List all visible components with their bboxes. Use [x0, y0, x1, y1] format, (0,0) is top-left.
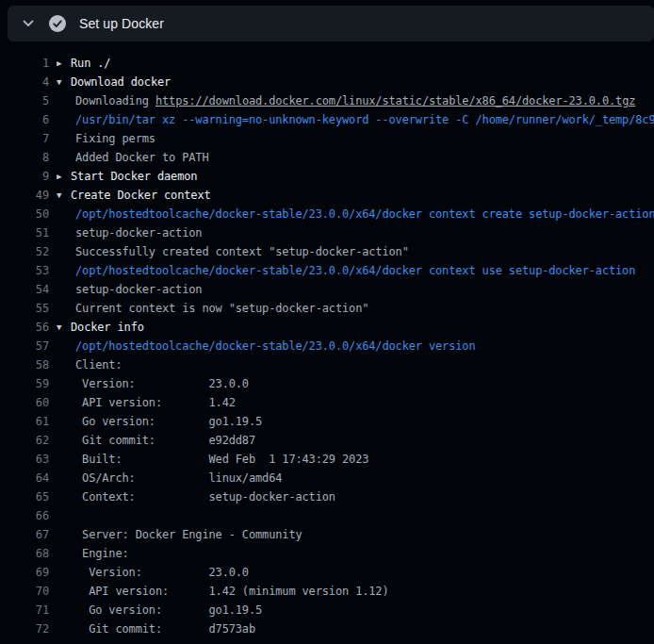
- line-number[interactable]: 63: [0, 450, 49, 469]
- log-viewer: 1▶Run ./4▼Download docker5Downloading ht…: [0, 41, 654, 644]
- line-number[interactable]: 68: [0, 544, 49, 563]
- log-lines: 1▶Run ./4▼Download docker5Downloading ht…: [0, 54, 654, 638]
- log-line: 65 Context: setup-docker-action: [0, 487, 654, 506]
- log-line: 49▼Create Docker context: [0, 186, 654, 205]
- log-text: Downloading https://download.docker.com/…: [57, 91, 654, 110]
- line-number[interactable]: 55: [0, 299, 49, 318]
- log-command-text: /usr/bin/tar xz --warning=no-unknown-key…: [57, 110, 654, 129]
- log-text: Engine:: [57, 544, 654, 563]
- line-number[interactable]: 1: [0, 54, 49, 73]
- log-text: API version: 1.42: [57, 393, 654, 412]
- log-line: 59 Version: 23.0.0: [0, 374, 654, 393]
- line-number[interactable]: 53: [0, 261, 49, 280]
- line-number[interactable]: 69: [0, 563, 49, 582]
- line-number[interactable]: 67: [0, 525, 49, 544]
- log-text: Context: setup-docker-action: [57, 487, 654, 506]
- log-line: 55Current context is now "setup-docker-a…: [0, 299, 654, 318]
- log-group-header[interactable]: ▼Download docker: [57, 73, 654, 91]
- log-text: Server: Docker Engine - Community: [57, 525, 654, 544]
- line-number[interactable]: 66: [0, 506, 49, 525]
- log-group-title: Docker info: [71, 321, 144, 334]
- line-number[interactable]: 51: [0, 223, 49, 242]
- triangle-down-icon: ▼: [57, 73, 71, 91]
- line-number[interactable]: 9: [0, 167, 49, 186]
- line-number[interactable]: 57: [0, 337, 49, 355]
- log-line: 53/opt/hostedtoolcache/docker-stable/23.…: [0, 261, 654, 280]
- log-line: 66: [0, 506, 654, 525]
- line-number[interactable]: 50: [0, 205, 49, 223]
- log-line: 61 Go version: go1.19.5: [0, 412, 654, 431]
- log-line: 70 API version: 1.42 (minimum version 1.…: [0, 582, 654, 601]
- line-number[interactable]: 71: [0, 601, 49, 619]
- log-group-header[interactable]: ▼Docker info: [57, 318, 654, 337]
- triangle-down-icon: ▼: [57, 186, 71, 205]
- step-header[interactable]: Set up Docker: [8, 6, 654, 41]
- line-number[interactable]: 58: [0, 355, 49, 374]
- log-line: 7Fixing perms: [0, 129, 654, 148]
- log-line: 67 Server: Docker Engine - Community: [0, 525, 654, 544]
- line-number[interactable]: 49: [0, 186, 49, 205]
- log-group-title: Create Docker context: [71, 189, 211, 202]
- log-text: [57, 506, 654, 525]
- line-number[interactable]: 60: [0, 393, 49, 412]
- log-line: 54setup-docker-action: [0, 280, 654, 299]
- log-text: Go version: go1.19.5: [57, 601, 654, 619]
- log-text: setup-docker-action: [57, 280, 654, 299]
- log-line: 57/opt/hostedtoolcache/docker-stable/23.…: [0, 337, 654, 355]
- line-number[interactable]: 4: [0, 73, 49, 91]
- log-line: 6/usr/bin/tar xz --warning=no-unknown-ke…: [0, 110, 654, 129]
- log-group-header[interactable]: ▶Run ./: [57, 54, 654, 73]
- triangle-right-icon: ▶: [57, 167, 71, 186]
- line-number[interactable]: 59: [0, 374, 49, 393]
- log-group-title: Run ./: [71, 57, 110, 70]
- step-title: Set up Docker: [79, 16, 164, 31]
- log-text-prefix: Downloading: [75, 94, 155, 107]
- log-text: Go version: go1.19.5: [57, 412, 654, 431]
- log-text: Git commit: d7573ab: [57, 619, 654, 638]
- log-command-text: /opt/hostedtoolcache/docker-stable/23.0.…: [57, 337, 654, 355]
- log-line: 52Successfully created context "setup-do…: [0, 242, 654, 261]
- line-number[interactable]: 65: [0, 487, 49, 506]
- log-text: setup-docker-action: [57, 223, 654, 242]
- log-group-title: Start Docker daemon: [71, 170, 197, 183]
- log-line: 58Client:: [0, 355, 654, 374]
- log-text: Version: 23.0.0: [57, 374, 654, 393]
- log-line: 56▼Docker info: [0, 318, 654, 337]
- log-line: 68 Engine:: [0, 544, 654, 563]
- line-number[interactable]: 52: [0, 242, 49, 261]
- log-group-header[interactable]: ▼Create Docker context: [57, 186, 654, 205]
- log-line: 60 API version: 1.42: [0, 393, 654, 412]
- log-group-header[interactable]: ▶Start Docker daemon: [57, 167, 654, 186]
- log-text: Fixing perms: [57, 129, 654, 148]
- log-text: Successfully created context "setup-dock…: [57, 242, 654, 261]
- triangle-right-icon: ▶: [57, 54, 71, 73]
- log-line: 63 Built: Wed Feb 1 17:43:29 2023: [0, 450, 654, 469]
- log-line: 4▼Download docker: [0, 73, 654, 91]
- check-circle-icon: [49, 15, 66, 32]
- line-number[interactable]: 64: [0, 469, 49, 487]
- line-number[interactable]: 61: [0, 412, 49, 431]
- log-line: 64 OS/Arch: linux/amd64: [0, 469, 654, 487]
- log-link[interactable]: https://download.docker.com/linux/static…: [155, 94, 635, 107]
- chevron-down-icon[interactable]: [21, 16, 36, 31]
- log-text: Built: Wed Feb 1 17:43:29 2023: [57, 450, 654, 469]
- line-number[interactable]: 5: [0, 91, 49, 110]
- triangle-down-icon: ▼: [57, 318, 71, 337]
- line-number[interactable]: 8: [0, 148, 49, 167]
- log-line: 71 Go version: go1.19.5: [0, 601, 654, 619]
- log-command-text: /opt/hostedtoolcache/docker-stable/23.0.…: [57, 205, 654, 223]
- log-text: API version: 1.42 (minimum version 1.12): [57, 582, 654, 601]
- line-number[interactable]: 54: [0, 280, 49, 299]
- line-number[interactable]: 6: [0, 110, 49, 129]
- log-text: Version: 23.0.0: [57, 563, 654, 582]
- log-text: Added Docker to PATH: [57, 148, 654, 167]
- log-line: 5Downloading https://download.docker.com…: [0, 91, 654, 110]
- log-line: 69 Version: 23.0.0: [0, 563, 654, 582]
- line-number[interactable]: 56: [0, 318, 49, 337]
- line-number[interactable]: 72: [0, 619, 49, 638]
- line-number[interactable]: 70: [0, 582, 49, 601]
- log-group-title: Download docker: [71, 75, 171, 89]
- line-number[interactable]: 7: [0, 129, 49, 148]
- line-number[interactable]: 62: [0, 431, 49, 450]
- log-line: 72 Git commit: d7573ab: [0, 619, 654, 638]
